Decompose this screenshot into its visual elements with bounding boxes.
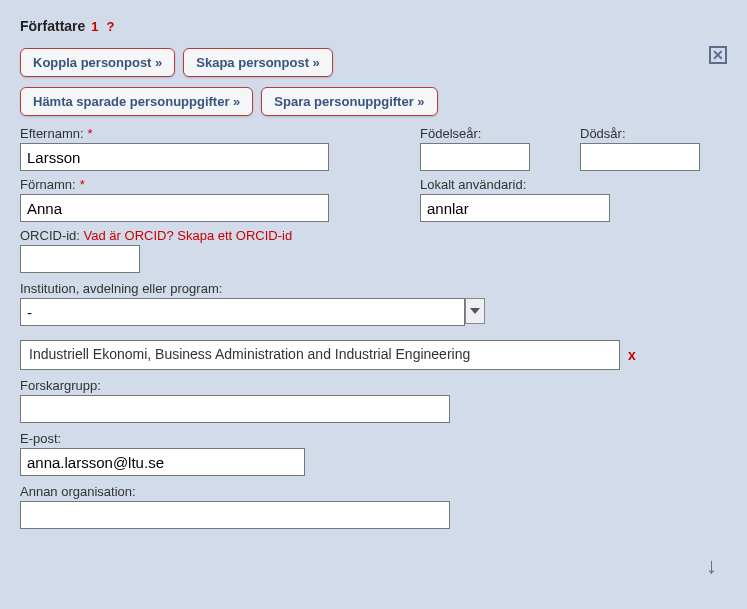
save-person-button[interactable]: Spara personuppgifter » — [261, 87, 437, 116]
scroll-down-icon[interactable]: ↓ — [706, 553, 717, 579]
birthyear-input[interactable] — [420, 143, 530, 171]
other-org-input[interactable] — [20, 501, 450, 529]
button-row-1: Koppla personpost » Skapa personpost » — [20, 48, 727, 77]
institution-select[interactable] — [20, 298, 465, 326]
orcid-input[interactable] — [20, 245, 140, 273]
link-person-button[interactable]: Koppla personpost » — [20, 48, 175, 77]
author-header: Författare 1 ? — [20, 18, 727, 34]
deathyear-label: Dödsår: — [580, 126, 720, 141]
local-userid-input[interactable] — [420, 194, 610, 222]
required-mark-2: * — [80, 177, 85, 192]
institution-chosen: Industriell Ekonomi, Business Administra… — [20, 340, 620, 370]
institution-label: Institution, avdelning eller program: — [20, 281, 727, 296]
firstname-input[interactable] — [20, 194, 329, 222]
required-mark: * — [88, 126, 93, 141]
email-label: E-post: — [20, 431, 727, 446]
header-title: Författare — [20, 18, 85, 34]
fetch-saved-button[interactable]: Hämta sparade personuppgifter » — [20, 87, 253, 116]
create-person-button[interactable]: Skapa personpost » — [183, 48, 333, 77]
orcid-help-link[interactable]: Vad är ORCID? Skapa ett ORCID-id — [84, 228, 293, 243]
lastname-label: Efternamn: * — [20, 126, 340, 141]
lastname-label-text: Efternamn: — [20, 126, 84, 141]
button-row-2: Hämta sparade personuppgifter » Spara pe… — [20, 87, 727, 116]
local-userid-label: Lokalt användarid: — [420, 177, 610, 192]
help-icon[interactable]: ? — [107, 19, 115, 34]
research-group-input[interactable] — [20, 395, 450, 423]
birthyear-label: Födelseår: — [420, 126, 560, 141]
email-input[interactable] — [20, 448, 305, 476]
chevron-down-icon — [470, 308, 480, 314]
firstname-label: Förnamn: * — [20, 177, 340, 192]
research-group-label: Forskargrupp: — [20, 378, 727, 393]
deathyear-input[interactable] — [580, 143, 700, 171]
header-number: 1 — [91, 19, 98, 34]
orcid-label: ORCID-id: — [20, 228, 80, 243]
institution-select-wrap — [20, 298, 727, 326]
remove-institution-icon[interactable]: x — [628, 347, 636, 363]
lastname-input[interactable] — [20, 143, 329, 171]
institution-dropdown-button[interactable] — [465, 298, 485, 324]
close-icon[interactable]: ✕ — [709, 46, 727, 64]
firstname-label-text: Förnamn: — [20, 177, 76, 192]
other-org-label: Annan organisation: — [20, 484, 727, 499]
